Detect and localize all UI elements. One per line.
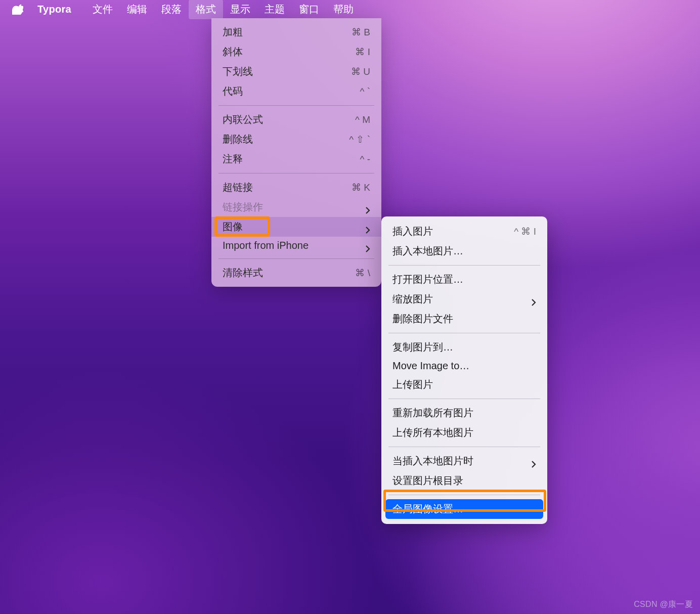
chevron-right-icon — [365, 205, 370, 210]
menu-item-label: 设置图片根目录 — [392, 474, 463, 488]
menu-item-bold[interactable]: 加粗 ⌘ B — [211, 22, 381, 42]
menu-item-label: 注释 — [223, 152, 243, 166]
menu-item-underline[interactable]: 下划线 ⌘ U — [211, 62, 381, 81]
menu-item-label: 超链接 — [223, 181, 253, 194]
menu-item-label: 全局图像设置… — [392, 502, 463, 516]
menu-separator — [388, 399, 540, 399]
submenu-item-upload-all-local-images[interactable]: 上传所有本地图片 — [381, 423, 547, 443]
watermark: CSDN @康一夏 — [634, 599, 693, 610]
menu-item-label: 斜体 — [223, 45, 243, 59]
menu-item-label: 重新加载所有图片 — [392, 406, 473, 420]
menu-help[interactable]: 帮助 — [326, 0, 361, 19]
menu-view[interactable]: 显示 — [223, 0, 257, 19]
menu-item-label: 删除图片文件 — [392, 312, 453, 326]
menu-item-shortcut: ^ ` — [360, 86, 370, 97]
app-name[interactable]: Typora — [37, 4, 71, 15]
menu-item-label: 代码 — [223, 84, 243, 98]
menu-theme[interactable]: 主题 — [257, 0, 292, 19]
menu-format[interactable]: 格式 — [189, 0, 223, 19]
submenu-item-copy-image-to[interactable]: 复制图片到… — [381, 337, 547, 357]
menu-item-label: 链接操作 — [223, 200, 263, 214]
menu-item-label: 插入图片 — [392, 225, 433, 238]
menu-item-italic[interactable]: 斜体 ⌘ I — [211, 42, 381, 62]
menu-item-label: 内联公式 — [223, 113, 263, 126]
menu-file[interactable]: 文件 — [85, 0, 120, 19]
menu-item-label: Import from iPhone — [223, 240, 309, 251]
submenu-item-reload-all-images[interactable]: 重新加载所有图片 — [381, 403, 547, 423]
menu-item-label: 加粗 — [223, 25, 243, 39]
menu-item-label: 插入本地图片… — [392, 244, 463, 258]
submenu-item-open-image-location[interactable]: 打开图片位置… — [381, 270, 547, 289]
menu-item-label: 图像 — [223, 220, 243, 234]
menu-item-import-iphone[interactable]: Import from iPhone — [211, 237, 381, 254]
menu-paragraph[interactable]: 段落 — [154, 0, 189, 19]
submenu-item-insert-image[interactable]: 插入图片 ^ ⌘ I — [381, 222, 547, 241]
submenu-item-upload-image[interactable]: 上传图片 — [381, 375, 547, 394]
submenu-item-move-image-to[interactable]: Move Image to… — [381, 357, 547, 375]
menu-edit[interactable]: 编辑 — [120, 0, 154, 19]
desktop: Typora 文件 编辑 段落 格式 显示 主题 窗口 帮助 加粗 ⌘ B 斜体… — [0, 0, 700, 614]
apple-logo-icon[interactable] — [12, 4, 23, 15]
menu-separator — [388, 333, 540, 333]
menubar: Typora 文件 编辑 段落 格式 显示 主题 窗口 帮助 — [0, 0, 700, 18]
menu-item-inline-math[interactable]: 内联公式 ^ M — [211, 110, 381, 129]
menu-item-shortcut: ^ ⇧ ` — [349, 134, 370, 145]
submenu-item-global-image-settings[interactable]: 全局图像设置… — [385, 499, 543, 519]
menu-item-clear-format[interactable]: 清除样式 ⌘ \ — [211, 263, 381, 283]
menu-item-label: 打开图片位置… — [392, 273, 463, 286]
chevron-right-icon — [365, 243, 370, 248]
menu-item-shortcut: ⌘ \ — [355, 267, 370, 279]
chevron-right-icon — [365, 225, 370, 230]
menu-item-shortcut: ^ M — [355, 114, 370, 125]
image-submenu: 插入图片 ^ ⌘ I 插入本地图片… 打开图片位置… 缩放图片 删除图片文件 复… — [381, 216, 547, 524]
menu-separator — [218, 258, 374, 259]
menu-separator — [388, 495, 540, 495]
menu-item-link-actions: 链接操作 — [211, 197, 381, 217]
format-dropdown: 加粗 ⌘ B 斜体 ⌘ I 下划线 ⌘ U 代码 ^ ` 内联公式 ^ M 删除… — [211, 18, 381, 287]
menu-item-label: 下划线 — [223, 65, 253, 78]
menu-item-shortcut: ⌘ B — [352, 26, 370, 38]
submenu-item-scale-image[interactable]: 缩放图片 — [381, 289, 547, 309]
menu-item-label: 复制图片到… — [392, 340, 453, 354]
menu-item-shortcut: ⌘ K — [352, 182, 370, 193]
submenu-item-insert-local-image[interactable]: 插入本地图片… — [381, 241, 547, 261]
submenu-item-set-image-root[interactable]: 设置图片根目录 — [381, 471, 547, 491]
menu-item-label: 上传所有本地图片 — [392, 426, 473, 440]
menu-item-shortcut: ^ ⌘ I — [514, 226, 536, 237]
menu-item-comment[interactable]: 注释 ^ - — [211, 149, 381, 169]
menu-item-label: 删除线 — [223, 133, 253, 146]
menu-separator — [388, 447, 540, 447]
menu-item-label: Move Image to… — [392, 360, 469, 372]
menu-item-image[interactable]: 图像 — [211, 217, 381, 237]
menu-item-label: 缩放图片 — [392, 292, 433, 306]
chevron-right-icon — [531, 459, 536, 464]
submenu-item-delete-image-file[interactable]: 删除图片文件 — [381, 309, 547, 329]
menu-item-shortcut: ⌘ I — [355, 46, 370, 58]
submenu-item-when-insert-local-image[interactable]: 当插入本地图片时 — [381, 451, 547, 471]
menu-separator — [218, 173, 374, 173]
menu-window[interactable]: 窗口 — [292, 0, 326, 19]
chevron-right-icon — [531, 297, 536, 302]
menu-item-code[interactable]: 代码 ^ ` — [211, 81, 381, 101]
menu-item-shortcut: ^ - — [360, 154, 370, 165]
menu-separator — [218, 105, 374, 106]
menu-item-shortcut: ⌘ U — [351, 66, 370, 77]
menu-item-label: 上传图片 — [392, 378, 433, 391]
menu-item-label: 当插入本地图片时 — [392, 454, 473, 468]
menu-item-label: 清除样式 — [223, 266, 263, 280]
menu-separator — [388, 265, 540, 266]
menu-item-strikethrough[interactable]: 删除线 ^ ⇧ ` — [211, 129, 381, 149]
menu-item-hyperlink[interactable]: 超链接 ⌘ K — [211, 178, 381, 197]
